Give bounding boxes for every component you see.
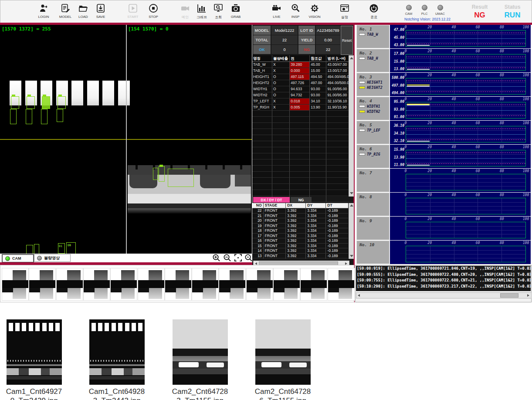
table-row[interactable]: 12FRONT3.3923.334-0.189 bbox=[252, 258, 348, 259]
chart-plot[interactable]: 02040608010017.0015.0013.00 bbox=[390, 49, 531, 72]
table-row[interactable]: 17FRONT3.3923.334-0.189 bbox=[252, 234, 348, 239]
filmstrip-thumbnail[interactable] bbox=[29, 268, 56, 301]
reset-button[interactable]: Reset bbox=[341, 26, 353, 55]
measurement-table-scrollbar[interactable] bbox=[349, 55, 354, 197]
table-cell: -0.189 bbox=[326, 214, 348, 218]
table-cell: -0.189 bbox=[326, 218, 348, 223]
live-button[interactable]: LIVE bbox=[267, 3, 286, 21]
chart-plot[interactable]: 02040608010047.0045.0043.00 bbox=[390, 25, 531, 48]
table-row[interactable]: 20FRONT3.3923.334-0.189 bbox=[252, 218, 348, 224]
vision-button[interactable]: VISION bbox=[305, 3, 324, 21]
saved-image-thumbnail[interactable] bbox=[173, 319, 228, 385]
defect-image-button[interactable]: 불량영상 bbox=[34, 254, 71, 262]
saved-image-item[interactable]: Cam1_Cnt649283_Tm2443.jpg bbox=[83, 319, 151, 400]
exit-button[interactable]: 종료 bbox=[364, 3, 383, 21]
chart-plot-frame bbox=[406, 222, 526, 238]
main-toolbar: LOGIN MODEL LOAD SAVE START STOP 메인 그래프 … bbox=[0, 0, 532, 23]
table-cell bbox=[310, 111, 326, 117]
film-dark-band bbox=[192, 280, 218, 288]
chart-plot[interactable]: 020406080100 bbox=[390, 217, 531, 240]
filmstrip-thumbnail[interactable] bbox=[219, 268, 246, 301]
table-row[interactable]: HEIGHT1O497.115494.50494.00/495.00 bbox=[252, 74, 353, 80]
table-row[interactable]: 19FRONT3.3923.334-0.189 bbox=[252, 224, 348, 229]
table-row[interactable]: TP_LEFTX0.01834.1032.10/36.10 bbox=[252, 98, 353, 105]
x-tick-label: 20 bbox=[427, 145, 432, 149]
chart-plot[interactable]: 020406080100 bbox=[390, 241, 531, 264]
x-tick-label: 60 bbox=[476, 169, 480, 173]
tab-dx-dy-dt[interactable]: DX / DY / DT bbox=[253, 197, 290, 203]
saved-image-thumbnail[interactable] bbox=[255, 319, 311, 385]
saved-image-item[interactable]: Cam2_Cnt647283_Tm1155.jpg bbox=[166, 319, 234, 400]
table-row[interactable]: TAB_HX0.00015.0013.00/17.00 bbox=[252, 68, 353, 74]
search-view-button[interactable]: 조회 bbox=[209, 3, 228, 21]
table-row[interactable]: 13FRONT3.3923.334-0.189 bbox=[252, 254, 348, 259]
save-button[interactable]: SAVE bbox=[91, 3, 110, 21]
zoom-reset-icon bbox=[244, 254, 253, 262]
table-row[interactable]: WIDTH1O94.63393.0091.00/95.00 bbox=[252, 86, 353, 92]
table-row[interactable]: TP_RIGHX0.00513.9011.90/15.90 bbox=[252, 105, 353, 111]
table-row[interactable]: WIDTH2O94.73293.0091.00/95.00 bbox=[252, 92, 353, 98]
saved-image-item[interactable]: Cam2_Cnt647286_Tm1155.jpg bbox=[249, 319, 317, 400]
filmstrip-thumbnail[interactable] bbox=[56, 268, 83, 301]
dx-table-scrollbar[interactable] bbox=[349, 203, 354, 259]
tab-ng[interactable]: NG bbox=[291, 197, 312, 203]
table-row[interactable]: 22FRONT3.3923.334-0.189 bbox=[252, 208, 348, 214]
filmstrip-thumbnail[interactable] bbox=[138, 268, 165, 301]
chart-plot[interactable]: 02040608010095.0093.0091.00 bbox=[390, 97, 531, 120]
cam-toggle-button[interactable]: CAM bbox=[2, 254, 34, 263]
inspection-roi-box bbox=[26, 109, 32, 124]
log-hscrollbar[interactable] bbox=[356, 292, 532, 298]
table-cell bbox=[272, 159, 290, 166]
load-button[interactable]: LOAD bbox=[74, 3, 93, 21]
login-button[interactable]: LOGIN bbox=[34, 3, 53, 21]
table-row[interactable]: 15FRONT3.3923.334-0.189 bbox=[252, 244, 348, 249]
table-row[interactable]: 21FRONT3.3923.334-0.189 bbox=[252, 214, 348, 219]
filmstrip-thumbnail[interactable] bbox=[273, 268, 300, 301]
saved-image-item[interactable]: Cam1_Cnt649270_Tm2439.jpg bbox=[0, 319, 68, 400]
table-row[interactable]: TAB_WX39.28045.0043.00/47.00 bbox=[252, 62, 353, 68]
settings-button[interactable]: 설정 bbox=[335, 3, 354, 21]
chart-plot[interactable]: 02040608010015.9013.9011.90 bbox=[390, 145, 531, 168]
filmstrip-thumbnail[interactable] bbox=[300, 268, 327, 301]
stop-button[interactable]: STOP bbox=[144, 3, 163, 21]
filmstrip-thumbnail[interactable] bbox=[192, 268, 219, 301]
table-row[interactable]: HEIGHT2O497.726497.00494.00/500.00 bbox=[252, 80, 353, 86]
chart-plot[interactable]: 020406080100500.00497.00494.00 bbox=[390, 73, 531, 96]
reference-line bbox=[406, 110, 525, 111]
chart-legend-entry: HEIGHT2 bbox=[359, 85, 383, 90]
legend-series-name: HEIGHT1 bbox=[367, 80, 383, 85]
chart-label-cell: No. 1TAB_W bbox=[356, 25, 390, 48]
filmstrip-thumbnail[interactable] bbox=[2, 268, 29, 301]
table-row-empty bbox=[252, 184, 353, 190]
table-row[interactable]: 18FRONT3.3923.334-0.189 bbox=[252, 228, 348, 234]
chart-plot-frame bbox=[406, 78, 526, 95]
table-row[interactable]: 14FRONT3.3923.334-0.189 bbox=[252, 248, 348, 254]
table-row[interactable]: 16FRONT3.3923.334-0.189 bbox=[252, 238, 348, 244]
table-cell: 3.334 bbox=[306, 224, 326, 228]
chart-plot[interactable]: 020406080100 bbox=[390, 169, 531, 192]
x-tick-label: 40 bbox=[452, 241, 456, 245]
saved-image-thumbnail[interactable] bbox=[7, 319, 62, 385]
model-button[interactable]: MODEL bbox=[56, 3, 75, 21]
table-cell bbox=[272, 172, 290, 178]
table-cell bbox=[252, 135, 272, 141]
filmstrip-thumbnail[interactable] bbox=[165, 268, 192, 301]
filmstrip-thumbnail[interactable] bbox=[110, 268, 137, 301]
plc-led: PLC bbox=[417, 5, 432, 16]
reference-line bbox=[406, 134, 525, 135]
filmstrip-thumbnail[interactable] bbox=[246, 268, 273, 301]
filmstrip-thumbnail[interactable] bbox=[328, 268, 355, 301]
insp-button[interactable]: INSP bbox=[286, 3, 305, 21]
saved-image-thumbnail[interactable] bbox=[89, 319, 145, 385]
zoom-in-button[interactable] bbox=[212, 254, 220, 262]
zoom-fit-button[interactable] bbox=[234, 254, 242, 262]
table-cell bbox=[272, 190, 290, 196]
filmstrip-thumbnail[interactable] bbox=[83, 268, 110, 301]
zoom-out-button[interactable] bbox=[223, 254, 231, 262]
grab-button[interactable]: GRAB bbox=[226, 3, 245, 21]
fixture-tick bbox=[223, 165, 225, 169]
zoom-reset-button[interactable] bbox=[244, 254, 253, 262]
gridline-horizontal bbox=[406, 254, 525, 254]
chart-plot[interactable]: 02040608010036.1034.1032.10 bbox=[390, 121, 531, 144]
chart-plot[interactable]: 020406080100 bbox=[390, 193, 531, 216]
